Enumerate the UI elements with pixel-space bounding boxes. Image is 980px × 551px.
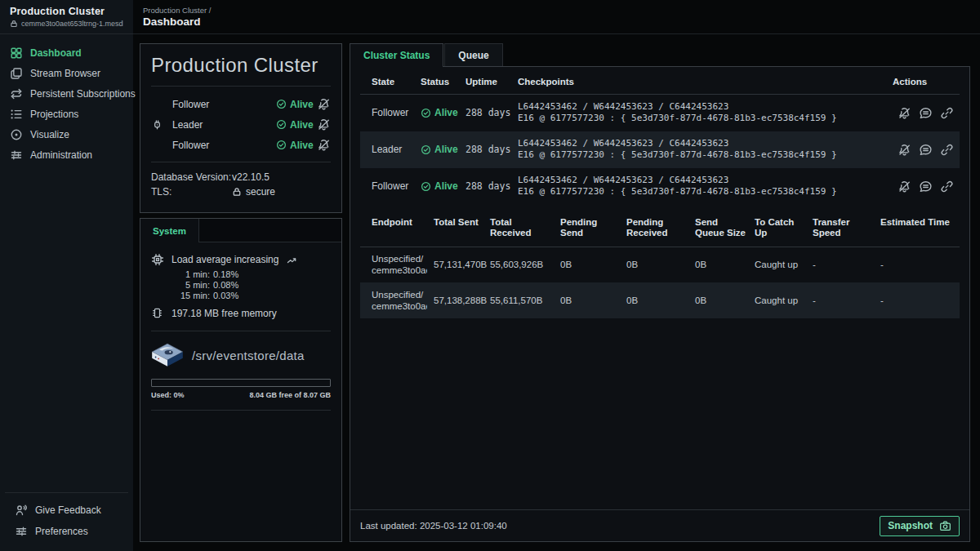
tls-value: secure [232,186,275,198]
preferences-icon [15,525,28,538]
sidebar-item-dashboard[interactable]: Dashboard [0,43,133,63]
cluster-overview-title: Production Cluster [151,54,331,77]
cluster-overview-card: Production Cluster Follower Alive [140,43,342,213]
sidebar-item-label: Visualize [30,129,69,140]
check-circle-icon [421,108,431,118]
sidebar-item-administration[interactable]: Administration [0,145,133,165]
cell-uptime: 288 days [462,95,514,131]
cell-transfer-speed: - [809,247,877,282]
mute-notifications-button[interactable] [317,138,331,152]
node-status-row: Leader Alive 288 days L6442453462 / W644… [360,131,960,168]
sidebar-item-label: Projections [30,109,78,120]
persistent-subscriptions-icon [10,87,23,100]
cell-endpoint: Unspecified/cemme3to0aet6 [372,289,427,312]
cell-state: Leader [360,131,417,168]
cell-transfer-speed: - [809,282,877,318]
sidebar-item-label: Persistent Subscriptions [30,88,136,100]
cell-to-catch-up: Caught up [751,247,809,282]
divider [151,331,331,331]
content-body: Production Cluster Follower Alive [133,34,980,551]
cell-total-sent: 57,131,470B [430,247,487,282]
col-estimated-time: Estimated Time [877,208,960,247]
cell-estimated-time: - [877,247,960,282]
checkpoint-line2: E16 @ 6177577230 : { 5e3d730f-877d-4678-… [518,149,886,161]
load-average-row: Load average increasing [151,253,331,266]
mute-notifications-button[interactable] [317,118,331,131]
lock-icon [10,20,18,28]
tab-queue[interactable]: Queue [444,43,502,66]
col-to-catch-up: To Catch Up [751,208,809,247]
snapshot-button[interactable]: Snapshot [880,516,960,536]
cluster-status-table: State Status Uptime Checkpoints Actions … [360,67,960,205]
mute-notifications-button[interactable] [898,106,911,120]
col-endpoint: Endpoint [360,208,430,247]
sidebar-item-preferences[interactable]: Preferences [10,522,123,541]
node-link-button[interactable] [940,143,954,157]
check-circle-icon [421,181,431,192]
camera-icon [939,520,951,532]
col-pending-received: Pending Received [623,208,692,247]
last-updated: Last updated: 2025-03-12 01:09:40 [360,521,507,531]
sidebar-item-give-feedback[interactable]: Give Feedback [10,500,123,520]
cluster-panel-tabs: Cluster Status Queue [350,43,970,66]
node-logs-button[interactable] [919,106,933,120]
node-status-row: Follower Alive 288 days L6442453462 / W6… [360,168,960,205]
col-total-sent: Total Sent [430,208,487,247]
sidebar-item-visualize[interactable]: Visualize [0,125,133,144]
node-link-button[interactable] [940,180,954,193]
free-memory-text: 197.18 MB free memory [172,308,277,319]
panel-footer: Last updated: 2025-03-12 01:09:40 Snapsh… [350,509,969,541]
replication-row: Unspecified/cemme3to0aet6 57,138,288B 55… [360,282,960,318]
cluster-name: Production Cluster [10,6,123,17]
node-logs-button[interactable] [919,180,933,193]
memory-icon [151,307,164,320]
node-role: Follower [172,99,276,110]
mute-notifications-button[interactable] [898,180,911,193]
col-actions: Actions [889,67,960,95]
checkpoint-line1: L6442453462 / W6442453623 / C6442453623 [518,101,886,113]
cell-status: Alive [421,107,459,118]
system-card-body: Load average increasing 1 min:0.18% 5 mi… [140,242,341,541]
system-card: System Load average increasing 1 min:0.1… [140,218,342,542]
sidebar-item-stream-browser[interactable]: Stream Browser [0,64,133,83]
sidebar-item-label: Dashboard [30,47,82,59]
administration-icon [10,149,23,162]
node-logs-button[interactable] [919,143,933,157]
system-card-tabs: System [140,219,341,242]
leader-plug-icon [151,118,164,131]
sidebar: Production Cluster cemme3to0aet653ltrng-… [0,0,133,551]
node-status: Alive [276,119,317,131]
cell-pending-received: 0B [623,247,692,282]
load-average-title: Load average increasing [172,254,278,265]
cell-uptime: 288 days [462,168,514,205]
checkpoint-line2: E16 @ 6177577230 : { 5e3d730f-877d-4678-… [518,186,886,198]
mute-notifications-button[interactable] [898,143,911,157]
db-version-row: Database Version: v22.10.5 [151,171,331,183]
col-total-received: Total Received [487,208,557,247]
sidebar-item-projections[interactable]: Projections [0,104,133,124]
tab-cluster-status[interactable]: Cluster Status [350,43,443,67]
cell-status: Alive [421,144,459,155]
stream-browser-icon [10,67,23,80]
tab-system[interactable]: System [140,219,199,242]
cluster-status-panel: State Status Uptime Checkpoints Actions … [350,66,970,542]
tls-label: TLS: [151,186,232,198]
breadcrumb-parent[interactable]: Production Cluster / [143,6,980,15]
sidebar-item-persistent-subscriptions[interactable]: Persistent Subscriptions [0,84,133,104]
cell-endpoint: Unspecified/cemme3to0aet6 [372,253,427,276]
cell-estimated-time: - [877,282,960,318]
node-role: Follower [172,140,276,151]
node-link-button[interactable] [940,106,954,120]
col-transfer-speed: Transfer Speed [809,208,877,247]
node-status: Alive [276,140,317,151]
free-memory-row: 197.18 MB free memory [151,307,331,320]
trend-up-icon [287,256,297,264]
divider [151,162,331,162]
check-circle-icon [421,144,431,155]
cell-uptime: 288 days [462,131,514,168]
cell-total-received: 55,603,926B [487,247,557,282]
cluster-panel-wrap: Cluster Status Queue State Status Uptime… [350,43,970,542]
mute-notifications-button[interactable] [317,97,331,111]
col-send-queue-size: Send Queue Size [692,208,751,247]
disk-free-label: 8.04 GB free of 8.07 GB [249,391,331,399]
